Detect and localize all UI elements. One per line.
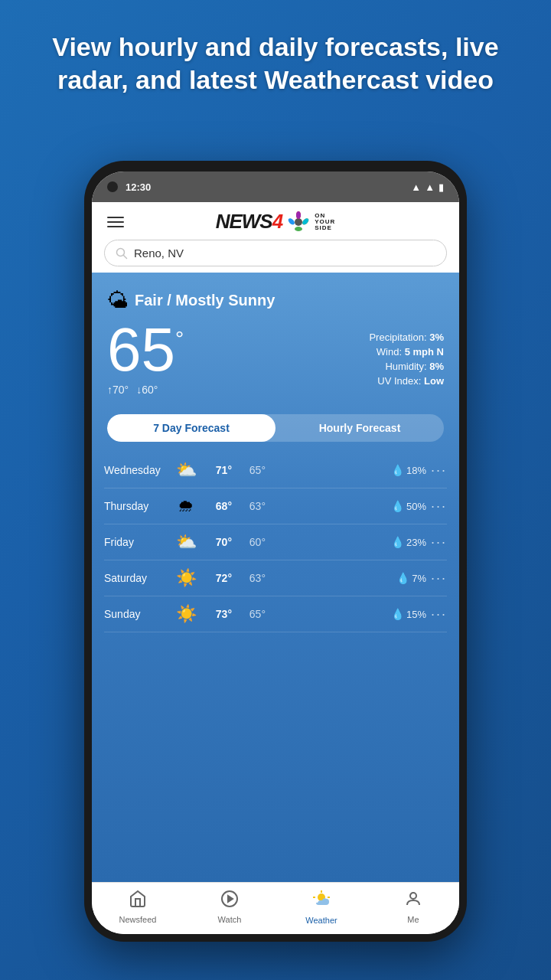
forecast-row: Saturday ☀️ 72° 63° 💧 7% ··· <box>104 560 447 596</box>
wifi-icon: ▲ <box>411 181 421 193</box>
forecast-day-icon: ☀️ <box>174 604 198 624</box>
weather-content: 🌤 Fair / Mostly Sunny 65° ↑70° <box>92 273 459 882</box>
svg-marker-10 <box>228 896 233 902</box>
logo-tagline: ON YOUR SIDE <box>315 213 335 231</box>
forecast-lo-temp: 63° <box>236 500 266 512</box>
status-bar: 12:30 ▲ ▲ ▮ <box>92 172 459 202</box>
forecast-precip: 💧 50% <box>270 500 426 512</box>
forecast-precip: 💧 23% <box>270 536 426 548</box>
hero-tagline: View hourly and daily forecasts, live ra… <box>0 31 551 96</box>
forecast-lo-temp: 65° <box>236 608 266 620</box>
svg-point-3 <box>295 227 302 231</box>
hamburger-menu[interactable] <box>104 214 127 230</box>
uv-detail: UV Index: Low <box>369 375 444 387</box>
svg-line-8 <box>124 255 127 258</box>
lo-temp-label: ↓60° <box>136 384 158 396</box>
battery-icon: ▮ <box>439 181 444 193</box>
forecast-row: Sunday ☀️ 73° 65° 💧 15% ··· <box>104 596 447 632</box>
seven-day-forecast-button[interactable]: 7 Day Forecast <box>107 414 276 442</box>
svg-point-0 <box>295 218 302 226</box>
camera-notch <box>107 181 118 192</box>
forecast-lo-temp: 63° <box>236 572 266 584</box>
newsfeed-label: Newsfeed <box>119 915 157 924</box>
forecast-day-name: Friday <box>104 536 169 548</box>
forecast-lo-temp: 60° <box>236 536 266 548</box>
watch-icon <box>220 890 239 913</box>
forecast-hi-temp: 73° <box>203 608 232 620</box>
wind-detail: Wind: 5 mph N <box>369 346 444 358</box>
hi-temp-label: ↑70° <box>107 384 129 396</box>
forecast-more-button[interactable]: ··· <box>431 462 447 479</box>
forecast-more-button[interactable]: ··· <box>431 606 447 622</box>
status-time: 12:30 <box>126 181 151 193</box>
nav-watch[interactable]: Watch <box>184 890 276 924</box>
search-bar[interactable] <box>104 240 447 266</box>
svg-point-4 <box>287 217 295 225</box>
forecast-more-button[interactable]: ··· <box>431 570 447 586</box>
precip-drop-icon: 💧 <box>391 464 404 476</box>
forecast-row: Friday ⛅ 70° 60° 💧 23% ··· <box>104 524 447 560</box>
forecast-day-name: Thursday <box>104 500 169 512</box>
weather-nav-icon <box>311 889 331 913</box>
weather-label: Weather <box>305 916 337 925</box>
temp-details-row: 65° ↑70° ↓60° Precipitation: 3% <box>107 319 444 396</box>
peacock-icon <box>287 211 310 234</box>
precip-drop-icon: 💧 <box>396 572 409 584</box>
precip-drop-icon: 💧 <box>391 608 404 620</box>
app-header: NEWS4 ON YOUR <box>92 202 459 273</box>
main-temperature: 65° <box>107 319 184 381</box>
hi-lo-temps: ↑70° ↓60° <box>107 384 184 396</box>
hourly-forecast-button[interactable]: Hourly Forecast <box>276 414 444 442</box>
phone-screen: 12:30 ▲ ▲ ▮ NEWS4 <box>92 172 459 934</box>
me-icon <box>404 890 422 913</box>
weather-condition-icon: 🌤 <box>107 288 129 313</box>
logo-news4: NEWS4 <box>216 210 282 234</box>
forecast-day-icon: ⛅ <box>174 460 198 480</box>
header-top: NEWS4 ON YOUR <box>104 210 447 234</box>
weather-hero: 🌤 Fair / Mostly Sunny 65° ↑70° <box>92 273 459 403</box>
me-label: Me <box>407 915 419 924</box>
forecast-row: Wednesday ⛅ 71° 65° 💧 18% ··· <box>104 452 447 488</box>
nav-weather[interactable]: Weather <box>276 889 367 925</box>
forecast-toggle: 7 Day Forecast Hourly Forecast <box>107 414 444 442</box>
precip-drop-icon: 💧 <box>391 500 404 512</box>
forecast-day-name: Saturday <box>104 572 169 584</box>
watch-label: Watch <box>218 915 242 924</box>
search-icon <box>116 247 128 260</box>
signal-icon: ▲ <box>425 181 435 193</box>
status-icons: ▲ ▲ ▮ <box>411 181 444 193</box>
forecast-more-button[interactable]: ··· <box>431 534 447 550</box>
forecast-more-button[interactable]: ··· <box>431 498 447 514</box>
forecast-day-name: Sunday <box>104 608 169 620</box>
precip-drop-icon: 💧 <box>391 536 404 548</box>
nav-me[interactable]: Me <box>367 890 459 924</box>
condition-text: Fair / Mostly Sunny <box>135 292 275 309</box>
forecast-hi-temp: 70° <box>203 536 232 548</box>
svg-point-6 <box>302 217 310 225</box>
forecast-hi-temp: 68° <box>203 500 232 512</box>
condition-row: 🌤 Fair / Mostly Sunny <box>107 288 444 313</box>
svg-point-5 <box>296 211 301 219</box>
logo-container: NEWS4 ON YOUR <box>216 210 336 234</box>
phone-frame: 12:30 ▲ ▲ ▮ NEWS4 <box>84 161 467 942</box>
precipitation-detail: Precipitation: 3% <box>369 332 444 343</box>
location-search-input[interactable] <box>134 247 435 260</box>
temperature-left: 65° ↑70° ↓60° <box>107 319 184 396</box>
forecast-row: Thursday 🌧 68° 63° 💧 50% ··· <box>104 488 447 524</box>
forecast-list: Wednesday ⛅ 71° 65° 💧 18% ··· Thursday 🌧… <box>92 452 459 632</box>
bottom-nav: Newsfeed Watch <box>92 882 459 934</box>
forecast-lo-temp: 65° <box>236 464 266 476</box>
forecast-hi-temp: 71° <box>203 464 232 476</box>
forecast-precip: 💧 7% <box>270 572 426 584</box>
newsfeed-icon <box>129 890 147 913</box>
forecast-day-icon: ☀️ <box>174 568 198 588</box>
weather-section: 🌤 Fair / Mostly Sunny 65° ↑70° <box>92 273 459 882</box>
forecast-day-icon: 🌧 <box>174 496 198 516</box>
forecast-day-name: Wednesday <box>104 464 169 476</box>
weather-details-right: Precipitation: 3% Wind: 5 mph N Humidity… <box>369 319 444 387</box>
forecast-day-icon: ⛅ <box>174 532 198 552</box>
nav-newsfeed[interactable]: Newsfeed <box>92 890 184 924</box>
forecast-precip: 💧 18% <box>270 464 426 476</box>
svg-point-16 <box>410 893 416 899</box>
forecast-precip: 💧 15% <box>270 608 426 620</box>
